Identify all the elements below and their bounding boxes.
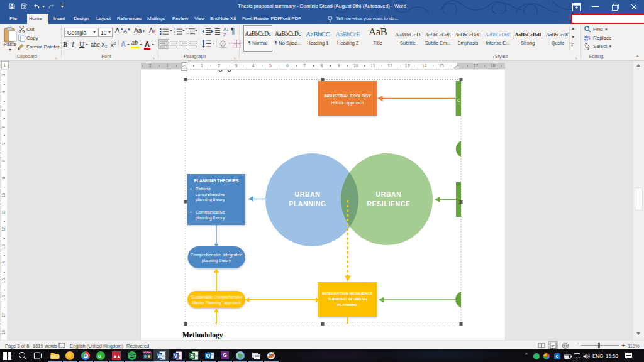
svg-text:RESILIENCE: RESILIENCE: [367, 200, 410, 207]
svg-text:planning theory: planning theory: [196, 197, 225, 202]
svg-text:URBAN: URBAN: [295, 190, 321, 198]
svg-text:O: O: [206, 353, 211, 359]
svg-text:PLANNING: PLANNING: [289, 200, 326, 207]
svg-text:THINKING IN URBAN: THINKING IN URBAN: [328, 297, 367, 301]
svg-text:INDUSTRIAL ECOLOGY: INDUSTRIAL ECOLOGY: [324, 94, 371, 98]
svg-text:PLANNING: PLANNING: [337, 302, 357, 307]
svg-text:planning theory: planning theory: [202, 258, 231, 263]
svg-text:ac: ac: [584, 38, 589, 41]
svg-text:comprehensive: comprehensive: [196, 192, 225, 197]
svg-text:INTEGRATION RESILIENCE: INTEGRATION RESILIENCE: [322, 291, 373, 295]
svg-text:X: X: [191, 353, 194, 359]
svg-text:Rational: Rational: [196, 187, 211, 191]
svg-text:URBAN: URBAN: [376, 190, 402, 198]
svg-text:planning theory: planning theory: [196, 216, 225, 221]
svg-text:PLANNING THEORIES: PLANNING THEORIES: [194, 178, 240, 183]
svg-text:V: V: [174, 353, 178, 359]
svg-text:C: C: [457, 98, 460, 102]
svg-text:Holistic approach: Holistic approach: [331, 101, 364, 106]
svg-text:Methodology: Methodology: [182, 331, 223, 339]
svg-text:"Sustainable Comprehensive: "Sustainable Comprehensive: [190, 295, 243, 300]
svg-text:Master Planning" approach: Master Planning" approach: [192, 300, 242, 305]
svg-text:Communicative: Communicative: [196, 210, 225, 214]
svg-text:Comprehensive integrated: Comprehensive integrated: [191, 253, 242, 258]
svg-text:W: W: [157, 353, 163, 359]
